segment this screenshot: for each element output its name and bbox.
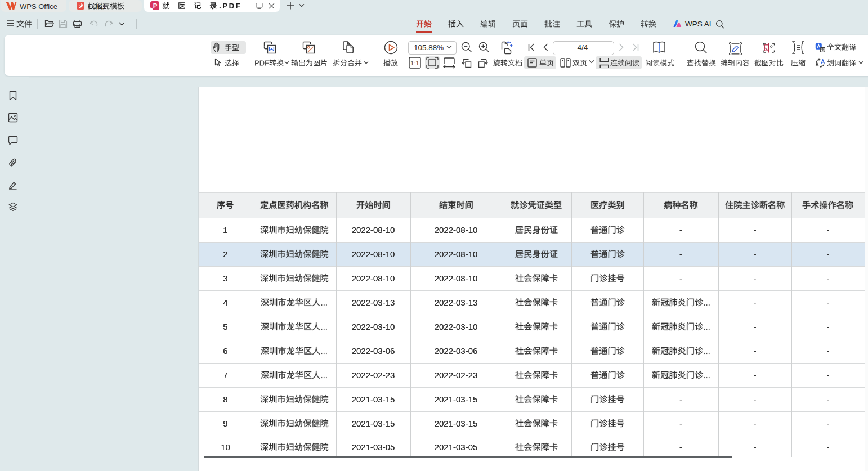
svg-text:1:1: 1:1 <box>410 60 419 66</box>
svg-text:P: P <box>153 2 158 9</box>
